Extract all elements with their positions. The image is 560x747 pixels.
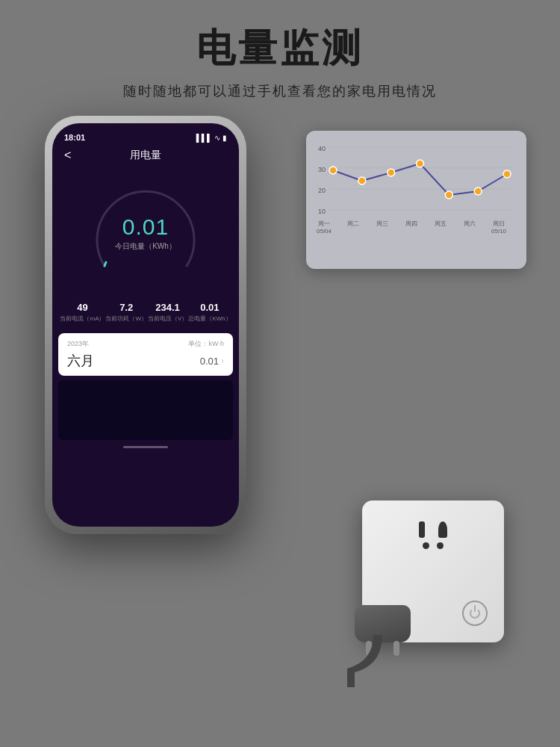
round-holes: [423, 542, 444, 549]
gauge-section: 0.01 今日电量（KWh）: [52, 165, 239, 296]
power-button[interactable]: [462, 601, 488, 626]
stat-power-value: 7.2: [105, 302, 147, 313]
flat-hole-left: [419, 521, 425, 538]
stat-current-value: 49: [60, 302, 105, 313]
signal-icon: ▌▌▌: [196, 134, 212, 142]
svg-point-9: [358, 177, 366, 185]
phone-outer-shell: 18:01 ▌▌▌ ∿ ▮ < 用电量: [45, 116, 246, 534]
phone-bottom-area: [58, 380, 233, 440]
plug-cable: [347, 605, 437, 687]
svg-text:周四: 周四: [405, 220, 417, 227]
svg-point-10: [388, 169, 395, 176]
gauge-number: 0.01: [115, 214, 176, 239]
phone-notch: [112, 123, 179, 140]
svg-point-11: [417, 160, 424, 167]
back-button[interactable]: <: [64, 149, 71, 162]
history-section: 2023年 单位：kW·h 六月 0.01 ›: [58, 333, 233, 376]
socket-top: [419, 521, 447, 538]
chevron-right-icon: ›: [221, 356, 224, 366]
history-kwh: 0.01: [200, 356, 219, 367]
svg-text:20: 20: [318, 187, 326, 194]
wifi-icon: ∿: [214, 134, 220, 142]
stat-power: 7.2 当前功耗（W）: [105, 302, 147, 323]
svg-text:05/04: 05/04: [317, 228, 332, 235]
stat-total: 0.01 总电量（KWh）: [188, 302, 231, 323]
svg-text:周日: 周日: [493, 220, 505, 227]
sub-title: 随时随地都可以通过手机查看您的家电用电情况: [0, 82, 560, 100]
history-unit: 单位：kW·h: [188, 339, 224, 349]
stats-row: 49 当前电流（mA） 7.2 当前功耗（W） 234.1 当前电压（V） 0.…: [52, 296, 239, 329]
svg-text:周二: 周二: [347, 220, 359, 227]
gauge-value-container: 0.01 今日电量（KWh）: [115, 214, 176, 251]
stat-current: 49 当前电流（mA）: [60, 302, 105, 323]
svg-text:30: 30: [318, 166, 326, 173]
round-hole-left: [423, 542, 429, 549]
svg-text:周一: 周一: [318, 220, 330, 227]
svg-point-8: [329, 167, 337, 174]
stat-voltage-label: 当前电压（V）: [148, 314, 187, 323]
cable-svg: [347, 635, 437, 687]
main-title: 电量监测: [0, 22, 560, 75]
status-icons: ▌▌▌ ∿ ▮: [196, 134, 227, 142]
round-hole-right: [437, 542, 444, 549]
stat-voltage-value: 234.1: [148, 302, 187, 313]
stat-total-value: 0.01: [188, 302, 231, 313]
battery-icon: ▮: [223, 134, 227, 142]
history-header: 2023年 单位：kW·h: [67, 339, 224, 349]
svg-text:周三: 周三: [376, 220, 388, 227]
history-value: 0.01 ›: [200, 356, 224, 367]
phone-mockup: 18:01 ▌▌▌ ∿ ▮ < 用电量: [45, 116, 246, 534]
outlet-container: [347, 500, 519, 687]
stat-current-label: 当前电流（mA）: [60, 314, 105, 323]
svg-text:周六: 周六: [464, 220, 476, 227]
status-time: 18:01: [64, 133, 85, 142]
chart-svg: 40 30 20 10 周一 05/04 周二 周三 周四: [317, 140, 516, 244]
round-hole-top: [438, 521, 447, 538]
title-section: 电量监测 随时随地都可以通过手机查看您的家电用电情况: [0, 0, 560, 100]
svg-text:40: 40: [318, 145, 326, 152]
svg-text:周五: 周五: [435, 220, 447, 227]
svg-text:05/10: 05/10: [491, 228, 507, 235]
nav-bar: < 用电量: [52, 146, 239, 165]
svg-text:10: 10: [318, 208, 326, 215]
history-row[interactable]: 六月 0.01 ›: [67, 352, 224, 370]
svg-point-14: [503, 170, 511, 178]
nav-title: 用电量: [130, 149, 161, 162]
stat-power-label: 当前功耗（W）: [105, 314, 147, 323]
svg-point-12: [445, 191, 452, 199]
stat-total-label: 总电量（KWh）: [188, 314, 231, 323]
chart-card: 40 30 20 10 周一 05/04 周二 周三 周四: [306, 131, 526, 269]
stat-voltage: 234.1 当前电压（V）: [148, 302, 187, 323]
history-year: 2023年: [67, 339, 89, 349]
history-month: 六月: [67, 352, 94, 370]
page-background: 电量监测 随时随地都可以通过手机查看您的家电用电情况 18:01 ▌▌▌ ∿ ▮: [0, 0, 560, 747]
home-indicator: [123, 446, 168, 448]
phone-screen: 18:01 ▌▌▌ ∿ ▮ < 用电量: [52, 123, 239, 527]
gauge-unit: 今日电量（KWh）: [115, 241, 176, 251]
svg-point-13: [474, 187, 482, 195]
